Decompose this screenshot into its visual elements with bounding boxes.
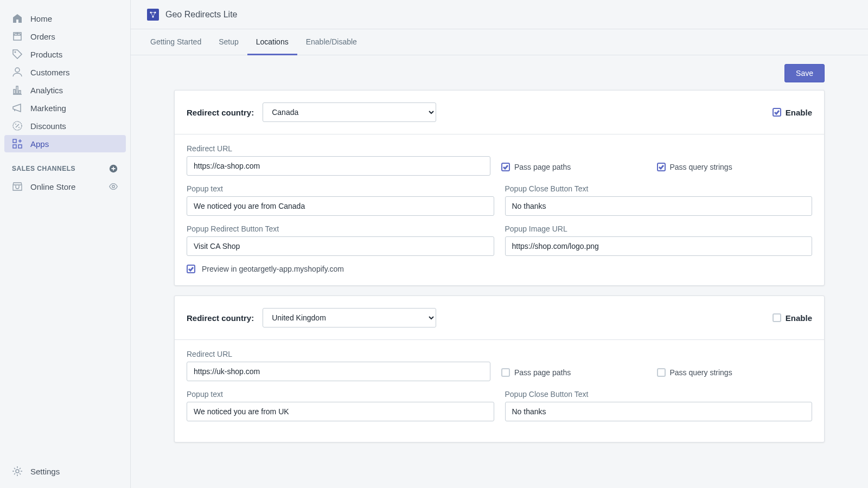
app-header: Geo Redirects Lite	[131, 0, 868, 29]
popup-text-label: Popup text	[187, 390, 494, 399]
popup-close-input-uk[interactable]	[505, 402, 813, 421]
redirect-country-label: Redirect country:	[187, 108, 254, 117]
popup-image-input-ca[interactable]	[505, 236, 813, 256]
tab-enable-disable[interactable]: Enable/Disable	[297, 29, 366, 55]
popup-text-input-uk[interactable]	[187, 402, 494, 421]
nav-products-label: Products	[30, 50, 62, 59]
sidebar: Home Orders Products Customers Analytics…	[0, 0, 130, 488]
svg-point-10	[16, 470, 19, 473]
nav-analytics[interactable]: Analytics	[4, 81, 126, 99]
preview-checkbox-ca[interactable]	[187, 265, 195, 273]
tab-setup[interactable]: Setup	[210, 29, 247, 55]
orders-icon	[12, 31, 23, 42]
products-icon	[12, 49, 23, 60]
redirect-country-select-ca[interactable]: Canada	[263, 102, 436, 122]
popup-text-input-ca[interactable]	[187, 196, 494, 216]
add-channel-icon[interactable]	[108, 164, 118, 174]
pass-query-label: Pass query strings	[670, 368, 732, 377]
nav-apps[interactable]: Apps	[4, 135, 126, 152]
nav-discounts[interactable]: Discounts	[4, 117, 126, 134]
nav-customers[interactable]: Customers	[4, 63, 126, 81]
popup-redirect-label: Popup Redirect Button Text	[187, 224, 494, 233]
apps-icon	[12, 138, 23, 149]
discounts-icon	[12, 120, 23, 131]
svg-point-9	[112, 185, 115, 188]
sales-channels-header: SALES CHANNELS	[0, 153, 130, 178]
channel-online-store-label: Online Store	[30, 182, 75, 191]
svg-point-1	[15, 68, 20, 72]
analytics-icon	[12, 85, 23, 95]
popup-text-label: Popup text	[187, 184, 494, 193]
app-logo	[147, 9, 159, 21]
redirect-url-label: Redirect URL	[187, 350, 490, 358]
nav-marketing[interactable]: Marketing	[4, 99, 126, 117]
settings-icon	[12, 466, 23, 477]
sales-channels-label: SALES CHANNELS	[12, 165, 75, 172]
tab-locations[interactable]: Locations	[247, 29, 297, 55]
tab-getting-started[interactable]: Getting Started	[142, 29, 210, 55]
redirect-country-select-uk[interactable]: United Kingdom	[263, 308, 436, 328]
nav-orders[interactable]: Orders	[4, 28, 126, 45]
redirect-url-input-ca[interactable]	[187, 156, 490, 176]
store-icon	[12, 181, 23, 192]
svg-rect-5	[13, 139, 16, 143]
redirect-url-input-uk[interactable]	[187, 362, 490, 381]
nav-orders-label: Orders	[30, 32, 55, 41]
nav-home-label: Home	[30, 14, 52, 23]
popup-close-label: Popup Close Button Text	[505, 184, 813, 193]
page-content: Save Redirect country: Canada Enable	[131, 55, 868, 488]
pass-query-checkbox-uk[interactable]	[657, 368, 666, 377]
pass-query-label: Pass query strings	[670, 163, 732, 171]
svg-point-0	[15, 52, 16, 53]
nav-products[interactable]: Products	[4, 46, 126, 63]
main-content: Geo Redirects Lite Getting Started Setup…	[130, 0, 868, 488]
nav-discounts-label: Discounts	[30, 121, 66, 131]
nav-home[interactable]: Home	[4, 10, 126, 27]
popup-close-label: Popup Close Button Text	[505, 390, 813, 399]
popup-image-label: Popup Image URL	[505, 224, 813, 233]
tabs: Getting Started Setup Locations Enable/D…	[131, 29, 868, 55]
redirect-card-uk: Redirect country: United Kingdom Enable …	[174, 296, 825, 442]
nav-settings-label: Settings	[30, 467, 60, 476]
svg-point-3	[15, 124, 16, 125]
pass-paths-checkbox-uk[interactable]	[501, 368, 510, 377]
app-title: Geo Redirects Lite	[165, 10, 238, 20]
customers-icon	[12, 67, 23, 78]
pass-query-checkbox-ca[interactable]	[657, 163, 666, 171]
save-button[interactable]: Save	[784, 64, 825, 82]
enable-checkbox-uk[interactable]	[773, 313, 781, 322]
nav-apps-label: Apps	[30, 139, 49, 149]
home-icon	[12, 13, 23, 24]
nav-marketing-label: Marketing	[30, 104, 66, 113]
redirect-card-ca: Redirect country: Canada Enable Redirect…	[174, 90, 825, 286]
marketing-icon	[12, 102, 23, 113]
svg-rect-7	[13, 145, 16, 148]
enable-checkbox-ca[interactable]	[773, 108, 781, 117]
popup-redirect-input-ca[interactable]	[187, 236, 494, 256]
enable-label: Enable	[786, 108, 812, 117]
redirect-country-label: Redirect country:	[187, 313, 254, 323]
nav-customers-label: Customers	[30, 68, 70, 77]
nav-analytics-label: Analytics	[30, 86, 63, 95]
popup-close-input-ca[interactable]	[505, 196, 813, 216]
pass-paths-label: Pass page paths	[514, 163, 571, 171]
channel-online-store[interactable]: Online Store	[4, 178, 126, 195]
preview-label: Preview in geotargetly-app.myshopify.com	[202, 265, 344, 273]
svg-rect-6	[18, 145, 22, 148]
pass-paths-checkbox-ca[interactable]	[501, 163, 510, 171]
enable-label: Enable	[786, 313, 812, 323]
redirect-url-label: Redirect URL	[187, 144, 490, 153]
nav-settings[interactable]: Settings	[4, 463, 126, 480]
svg-point-4	[18, 127, 20, 128]
view-store-icon[interactable]	[108, 182, 118, 191]
pass-paths-label: Pass page paths	[514, 368, 571, 377]
geo-icon	[149, 10, 157, 19]
